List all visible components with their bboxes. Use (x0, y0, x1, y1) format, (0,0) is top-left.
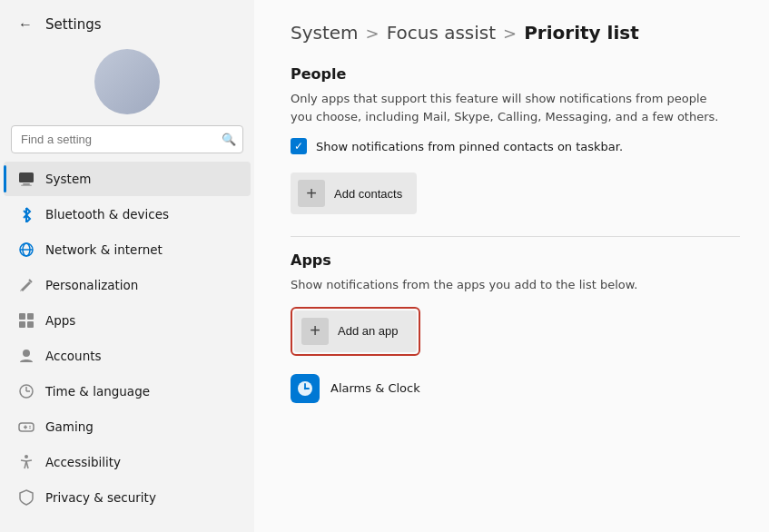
svg-rect-2 (21, 185, 32, 187)
sidebar-header: ← Settings (0, 0, 254, 45)
apps-section-desc: Show notifications from the apps you add… (291, 276, 726, 294)
sidebar-item-label: Personalization (45, 278, 138, 292)
time-icon (18, 383, 35, 399)
svg-point-10 (23, 350, 30, 357)
bluetooth-icon (18, 206, 35, 222)
breadcrumb-sep1: > (366, 24, 380, 43)
svg-rect-9 (27, 321, 34, 328)
privacy-icon (18, 489, 35, 506)
breadcrumb-part2: Focus assist (387, 22, 496, 44)
add-contacts-label: Add contacts (334, 187, 402, 201)
sidebar: ← Settings 🔍 System Bluetooth & devices … (0, 0, 254, 532)
personalization-icon (18, 277, 35, 293)
sidebar-item-label: Time & language (45, 384, 150, 399)
pinned-contacts-label: Show notifications from pinned contacts … (316, 140, 623, 153)
people-section: People Only apps that support this featu… (291, 65, 740, 214)
people-section-title: People (291, 65, 740, 83)
svg-point-23 (304, 387, 306, 389)
sidebar-item-bluetooth[interactable]: Bluetooth & devices (4, 197, 251, 232)
add-app-label: Add an app (338, 324, 399, 338)
accounts-icon (18, 348, 35, 364)
plus-icon: + (298, 180, 325, 207)
plus-icon: + (301, 318, 329, 345)
system-icon (18, 171, 35, 187)
add-app-button[interactable]: + Add an app (294, 310, 417, 352)
search-icon: 🔍 (222, 133, 236, 146)
app-title: Settings (45, 16, 102, 33)
sidebar-item-label: Apps (45, 313, 75, 328)
svg-point-19 (25, 455, 28, 458)
sidebar-item-label: Network & internet (45, 242, 163, 257)
add-contacts-button[interactable]: + Add contacts (291, 172, 417, 214)
breadcrumb-sep2: > (503, 24, 517, 43)
sidebar-item-label: System (45, 172, 91, 186)
sidebar-item-privacy[interactable]: Privacy & security (4, 480, 251, 515)
sidebar-item-network[interactable]: Network & internet (4, 232, 251, 267)
search-input[interactable] (11, 125, 243, 153)
svg-point-17 (29, 426, 31, 428)
gaming-icon (18, 419, 35, 435)
breadcrumb: System > Focus assist > Priority list (291, 22, 740, 44)
apps-section: Apps Show notifications from the apps yo… (291, 251, 740, 409)
people-section-desc: Only apps that support this feature will… (291, 90, 726, 125)
sidebar-item-label: Accounts (45, 349, 102, 363)
svg-rect-7 (27, 313, 34, 320)
search-box: 🔍 (11, 125, 243, 153)
sidebar-item-personalization[interactable]: Personalization (4, 268, 251, 302)
sidebar-item-gaming[interactable]: Gaming (4, 409, 251, 444)
avatar (94, 49, 160, 114)
breadcrumb-current: Priority list (524, 22, 639, 44)
pinned-contacts-row: Show notifications from pinned contacts … (291, 138, 740, 154)
sidebar-item-accounts[interactable]: Accounts (4, 339, 251, 373)
add-app-button-wrapper: + Add an app (291, 307, 420, 356)
app-name-alarms: Alarms & Clock (330, 381, 420, 395)
sidebar-item-system[interactable]: System (4, 162, 251, 196)
sidebar-item-apps[interactable]: Apps (4, 303, 251, 338)
alarms-clock-icon (291, 374, 320, 403)
accessibility-icon (18, 454, 35, 470)
breadcrumb-part1: System (291, 22, 359, 44)
sidebar-item-label: Privacy & security (45, 490, 156, 505)
svg-rect-0 (19, 172, 34, 182)
svg-rect-8 (19, 321, 25, 328)
sidebar-item-label: Accessibility (45, 455, 121, 469)
apps-icon (18, 312, 35, 329)
apps-section-title: Apps (291, 251, 740, 269)
sidebar-item-accessibility[interactable]: Accessibility (4, 445, 251, 479)
nav-list: System Bluetooth & devices Network & int… (0, 161, 254, 532)
network-icon (18, 241, 35, 258)
sidebar-item-time[interactable]: Time & language (4, 374, 251, 409)
back-button[interactable]: ← (15, 13, 36, 36)
svg-point-18 (29, 428, 31, 429)
sidebar-item-label: Gaming (45, 419, 94, 434)
section-divider (291, 236, 740, 237)
svg-rect-6 (19, 313, 25, 320)
pinned-contacts-checkbox[interactable] (291, 138, 307, 154)
main-content: System > Focus assist > Priority list Pe… (254, 0, 769, 532)
sidebar-item-label: Bluetooth & devices (45, 207, 169, 222)
app-row-alarms: Alarms & Clock (291, 369, 740, 409)
